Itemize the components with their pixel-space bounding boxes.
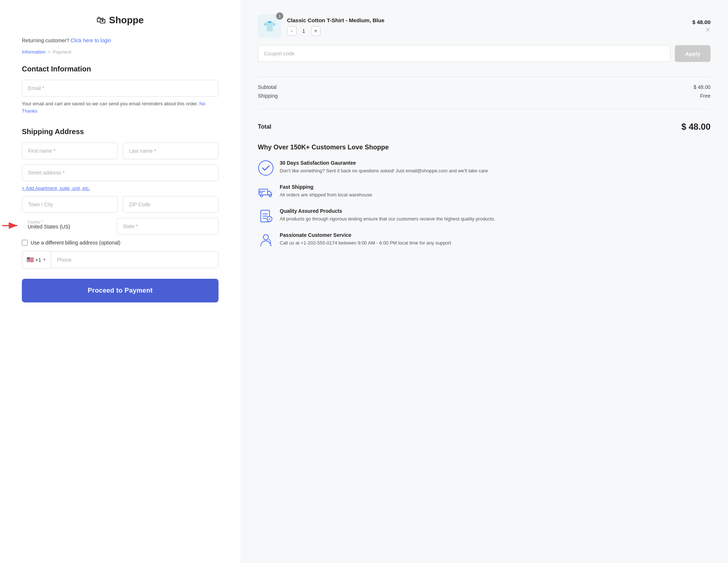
name-row	[22, 142, 219, 159]
street-row	[22, 164, 219, 181]
breadcrumb-separator: >	[48, 49, 51, 55]
cart-item-name: Classic Cotton T-Shirt - Medium, Blue	[287, 17, 686, 23]
shipping-section-title: Shipping Address	[22, 128, 219, 136]
divider-2	[258, 109, 711, 109]
left-panel: 🛍 Shoppe Returning customer? Click here …	[0, 0, 240, 563]
breadcrumb-information[interactable]: Information	[22, 49, 46, 55]
shipping-row: Shipping Free	[258, 93, 711, 99]
phone-country-code: +1	[35, 257, 41, 263]
trust-text-guarantee: 30 Days Satisfaction Gaurantee Don't lik…	[280, 160, 488, 175]
trust-item-quality: Quality Assured Products All products go…	[258, 208, 711, 224]
svg-point-4	[260, 195, 263, 197]
email-hint: Your email and cart are saved so we can …	[22, 100, 219, 114]
coupon-row: Apply	[258, 45, 711, 62]
contact-section: Contact Information Your email and cart …	[22, 65, 219, 125]
city-zip-row	[22, 196, 219, 213]
svg-point-5	[269, 195, 271, 197]
qty-controls: - 1 +	[287, 26, 686, 36]
breadcrumb-payment[interactable]: Payment	[53, 49, 71, 55]
trust-text-shipping: Fast Shipping All orders are shipped fro…	[280, 184, 372, 199]
trust-item-support: Passionate Customer Service Call us at +…	[258, 232, 711, 248]
shipping-value: Free	[700, 93, 711, 99]
country-wrapper: Country * United States (US)	[22, 218, 111, 235]
login-link[interactable]: Click here to login	[71, 38, 111, 43]
country-state-row: Country * United States (US)	[22, 218, 219, 235]
svg-point-2	[259, 161, 273, 175]
trust-support-title: Passionate Customer Service	[280, 232, 451, 238]
city-field[interactable]	[22, 196, 118, 213]
trust-shipping-desc: All orders are shipped from local wareho…	[280, 191, 372, 199]
billing-check-row: Use a different billing address (optiona…	[22, 240, 219, 246]
subtotal-value: $ 48.00	[693, 84, 711, 90]
breadcrumb: Information > Payment	[22, 49, 219, 55]
trust-guarantee-title: 30 Days Satisfaction Gaurantee	[280, 160, 488, 166]
subtotal-label: Subtotal	[258, 84, 276, 90]
returning-customer-text: Returning customer? Click here to login	[22, 38, 219, 43]
trust-shipping-title: Fast Shipping	[280, 184, 372, 190]
qty-plus-button[interactable]: +	[311, 26, 320, 36]
flag-icon: 🇺🇸	[27, 256, 34, 263]
shipping-label: Shipping	[258, 93, 278, 99]
shipping-section: Shipping Address + Add Apartment, suite,…	[22, 128, 219, 279]
cart-close-button[interactable]: ✕	[705, 26, 711, 34]
street-address-field[interactable]	[22, 164, 219, 181]
phone-prefix-selector[interactable]: 🇺🇸 +1 ▼	[22, 251, 51, 269]
add-apartment-link[interactable]: + Add Apartment, suite, unit, etc.	[22, 185, 90, 191]
trust-item-guarantee: 30 Days Satisfaction Gaurantee Don't lik…	[258, 160, 711, 176]
trust-section: Why Over 150K+ Customers Love Shoppe 30 …	[258, 144, 711, 256]
first-name-field[interactable]	[22, 142, 118, 159]
cart-badge: 1	[276, 12, 283, 20]
cart-item-info: Classic Cotton T-Shirt - Medium, Blue - …	[287, 17, 686, 36]
red-arrow-annotation	[2, 220, 20, 232]
right-panel: 👕 1 Classic Cotton T-Shirt - Medium, Blu…	[240, 0, 728, 563]
trust-guarantee-desc: Don't like something? Sent it back no qu…	[280, 167, 488, 175]
qty-value: 1	[300, 28, 307, 34]
last-name-field[interactable]	[123, 142, 219, 159]
svg-rect-3	[259, 189, 268, 195]
billing-address-checkbox[interactable]	[22, 240, 28, 246]
logo-area: 🛍 Shoppe	[22, 15, 219, 26]
apply-coupon-button[interactable]: Apply	[675, 45, 711, 62]
cart-thumbnail-wrapper: 👕 1	[258, 15, 281, 38]
total-label: Total	[258, 124, 271, 130]
quality-icon	[258, 208, 274, 224]
phone-row: 🇺🇸 +1 ▼	[22, 251, 219, 269]
divider-1	[258, 77, 711, 77]
trust-text-quality: Quality Assured Products All products go…	[280, 208, 495, 223]
phone-field[interactable]	[51, 251, 219, 268]
subtotal-row: Subtotal $ 48.00	[258, 84, 711, 90]
trust-quality-desc: All products go through rigorous testing…	[280, 215, 495, 223]
logo-text: Shoppe	[109, 15, 143, 26]
trust-support-desc: Call us at +1-202-555-0174 between 9:00 …	[280, 239, 451, 247]
fast-shipping-icon	[258, 184, 274, 200]
billing-checkbox-label: Use a different billing address (optiona…	[31, 240, 120, 246]
email-field[interactable]	[22, 80, 219, 97]
state-field[interactable]	[117, 218, 219, 235]
trust-item-shipping: Fast Shipping All orders are shipped fro…	[258, 184, 711, 200]
total-row: Total $ 48.00	[258, 122, 711, 132]
country-value: United States (US)	[28, 224, 70, 230]
coupon-input[interactable]	[258, 45, 670, 62]
contact-section-title: Contact Information	[22, 65, 219, 73]
proceed-to-payment-button[interactable]: Proceed to Payment	[22, 279, 219, 302]
customer-service-icon	[258, 232, 274, 248]
cart-item: 👕 1 Classic Cotton T-Shirt - Medium, Blu…	[258, 15, 711, 38]
trust-title: Why Over 150K+ Customers Love Shoppe	[258, 144, 711, 151]
logo-icon: 🛍	[97, 15, 106, 26]
total-amount: $ 48.00	[681, 122, 711, 132]
trust-quality-title: Quality Assured Products	[280, 208, 495, 214]
qty-minus-button[interactable]: -	[287, 26, 296, 36]
chevron-down-icon: ▼	[43, 258, 46, 262]
trust-text-support: Passionate Customer Service Call us at +…	[280, 232, 451, 247]
zip-field[interactable]	[123, 196, 219, 213]
cart-item-price: $ 48.00	[692, 19, 711, 25]
guarantee-icon	[258, 160, 274, 176]
svg-point-8	[263, 235, 268, 240]
